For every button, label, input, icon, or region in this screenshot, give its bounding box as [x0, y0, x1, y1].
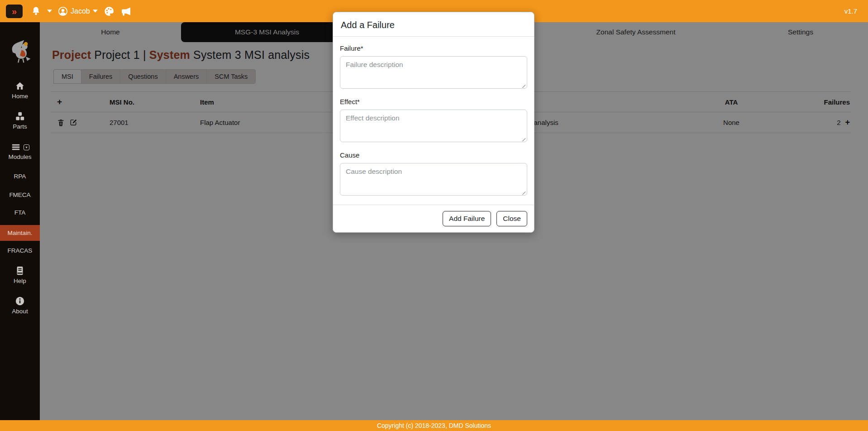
sidebar-item-maintain[interactable]: Maintain.	[0, 225, 40, 241]
sidebar-item-label: RPA	[14, 173, 26, 180]
sidebar-item-home[interactable]: Home	[0, 79, 40, 101]
announcements-megaphone-icon[interactable]	[120, 6, 132, 17]
info-circle-icon	[15, 296, 25, 306]
sidebar-item-label: Help	[14, 278, 26, 284]
sidebar-item-label: About	[12, 308, 28, 315]
sidebar-item-about[interactable]: About	[0, 294, 40, 316]
home-icon	[14, 81, 25, 91]
modules-menu-icon	[10, 143, 21, 152]
user-avatar-icon	[58, 6, 68, 16]
help-book-icon	[15, 266, 25, 276]
sidebar-item-modules[interactable]: ▾ Modules	[0, 141, 40, 162]
sidebar-item-label: FRACAS	[8, 247, 33, 254]
user-menu[interactable]: Jacob	[58, 6, 98, 16]
modal-body: Failure* Effect* Cause	[333, 37, 534, 205]
cause-description-input[interactable]	[340, 163, 527, 196]
cause-field-label: Cause	[340, 151, 527, 159]
sidebar-item-fmeca[interactable]: FMECA	[0, 188, 40, 202]
sidebar-item-label: FMECA	[9, 192, 30, 198]
close-modal-button[interactable]: Close	[496, 211, 527, 226]
robin-logo-icon[interactable]	[6, 37, 33, 65]
failure-description-input[interactable]	[340, 56, 527, 89]
user-caret-icon	[93, 10, 98, 13]
sidebar-collapse-button[interactable]: »	[6, 5, 23, 18]
effect-field-label: Effect*	[340, 98, 527, 105]
sidebar-item-label: Maintain.	[8, 230, 33, 236]
sidebar: Home Parts ▾ Modules RPA FMECA FTA Maint…	[0, 22, 40, 420]
add-failure-modal: Add a Failure Failure* Effect* Cause Add…	[333, 12, 534, 233]
failure-field-label: Failure*	[340, 44, 527, 52]
effect-description-input[interactable]	[340, 110, 527, 142]
modal-footer: Add Failure Close	[333, 205, 534, 232]
modal-title: Add a Failure	[341, 20, 527, 30]
notifications-bell-icon[interactable]	[31, 6, 41, 16]
footer-bar: Copyright (c) 2018-2023, DMD Solutions	[0, 420, 868, 431]
parts-cubes-icon	[14, 111, 25, 121]
app-version: v1.7	[844, 7, 857, 15]
sidebar-item-rpa[interactable]: RPA	[0, 169, 40, 183]
sidebar-item-help[interactable]: Help	[0, 264, 40, 286]
sidebar-item-fta[interactable]: FTA	[0, 206, 40, 220]
add-failure-submit-button[interactable]: Add Failure	[443, 211, 491, 226]
sidebar-item-fracas[interactable]: FRACAS	[0, 244, 40, 258]
sidebar-item-label: FTA	[14, 209, 26, 216]
sidebar-item-parts[interactable]: Parts	[0, 110, 40, 132]
user-name: Jacob	[71, 7, 90, 15]
theme-palette-icon[interactable]	[104, 6, 114, 17]
sidebar-item-label: Home	[12, 93, 28, 100]
modal-header: Add a Failure	[333, 12, 534, 37]
copyright-text: Copyright (c) 2018-2023, DMD Solutions	[377, 422, 491, 429]
notifications-caret-icon[interactable]	[47, 10, 52, 13]
sidebar-item-label: Modules	[8, 153, 31, 160]
modules-caret-icon[interactable]: ▾	[24, 144, 29, 150]
sidebar-item-label: Parts	[13, 123, 27, 130]
